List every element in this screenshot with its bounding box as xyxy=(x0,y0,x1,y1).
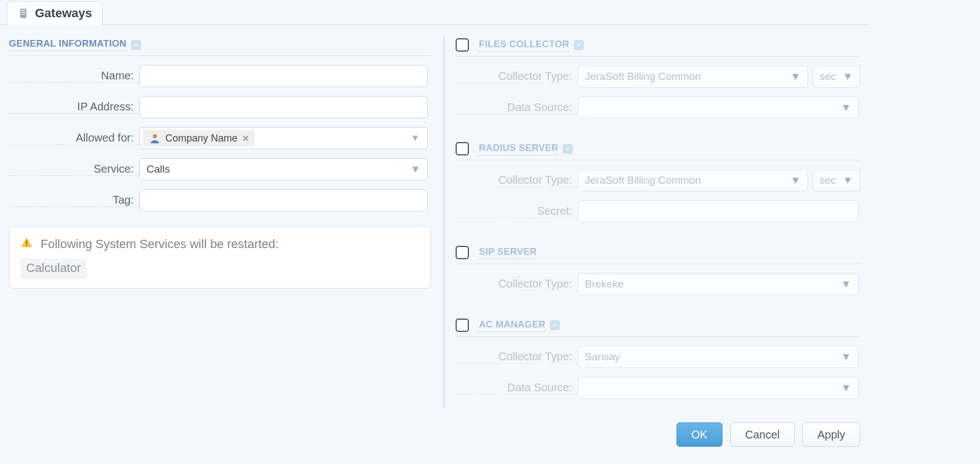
section-sip-server: SIP SERVER xyxy=(456,246,860,259)
chevron-down-icon: ▼ xyxy=(841,278,851,290)
chip-label: Company Name xyxy=(165,133,238,144)
section-title: GENERAL INFORMATION xyxy=(9,38,127,51)
radius-secret-input[interactable] xyxy=(578,200,858,223)
chip-company: Company Name ✕ xyxy=(143,130,255,147)
label-collector-type: Collector Type: xyxy=(456,350,578,364)
ac-collector-type-select[interactable]: Sansay▼ xyxy=(578,346,858,368)
section-general-info: GENERAL INFORMATION xyxy=(9,38,431,51)
warning-panel: Following System Services will be restar… xyxy=(9,226,431,289)
divider xyxy=(456,160,860,160)
svg-rect-1 xyxy=(21,10,25,11)
footer: OK Cancel Apply xyxy=(0,413,869,460)
collapse-icon[interactable] xyxy=(563,144,573,154)
chevron-down-icon: ▼ xyxy=(411,133,424,143)
section-title: FILES COLLECTOR xyxy=(479,39,569,52)
cancel-button[interactable]: Cancel xyxy=(730,422,795,447)
select-value: sec xyxy=(820,174,836,186)
files-data-source-select[interactable]: ▼ xyxy=(578,97,858,119)
tag-input[interactable] xyxy=(139,189,428,211)
tab-title: Gateways xyxy=(35,6,92,21)
divider xyxy=(456,336,860,337)
sip-collector-type-select[interactable]: Brekeke▼ xyxy=(578,273,858,295)
svg-rect-3 xyxy=(21,14,25,15)
radius-server-checkbox[interactable] xyxy=(456,142,469,155)
files-unit-select[interactable]: sec ▼ xyxy=(812,65,860,88)
warning-text: Following System Services will be restar… xyxy=(41,237,279,251)
divider xyxy=(9,56,431,56)
gateway-icon xyxy=(17,7,29,19)
ac-manager-checkbox[interactable] xyxy=(456,319,469,332)
select-value: JeraSoft Billing Common xyxy=(585,174,701,186)
label-data-source: Data Source: xyxy=(456,101,578,114)
label-collector-type: Collector Type: xyxy=(456,70,578,83)
warning-service-badge: Calculator xyxy=(21,259,87,278)
chevron-down-icon: ▼ xyxy=(790,70,801,83)
svg-rect-5 xyxy=(26,240,27,244)
warning-icon xyxy=(21,236,33,252)
chevron-down-icon: ▼ xyxy=(790,174,801,186)
section-radius-server: RADIUS SERVER xyxy=(456,142,860,155)
sip-server-checkbox[interactable] xyxy=(456,246,469,259)
label-collector-type: Collector Type: xyxy=(456,278,578,291)
select-value: JeraSoft Billing Common xyxy=(585,70,701,83)
label-ip: IP Address: xyxy=(9,100,139,114)
label-name: Name: xyxy=(9,69,139,83)
button-label: Cancel xyxy=(745,428,780,441)
name-input[interactable] xyxy=(139,65,428,87)
label-service: Service: xyxy=(9,163,139,176)
collapse-icon[interactable] xyxy=(131,40,141,50)
svg-rect-6 xyxy=(26,245,27,246)
ac-data-source-select[interactable]: ▼ xyxy=(578,377,858,399)
chevron-down-icon: ▼ xyxy=(842,70,853,83)
section-files-collector: FILES COLLECTOR xyxy=(456,38,860,52)
files-collector-checkbox[interactable] xyxy=(456,38,469,52)
label-data-source: Data Source: xyxy=(456,381,578,395)
tab-bar: Gateways xyxy=(0,0,869,25)
chevron-down-icon: ▼ xyxy=(841,351,851,363)
section-title: AC MANAGER xyxy=(479,319,545,332)
chevron-down-icon: ▼ xyxy=(841,102,851,114)
select-value: Brekeke xyxy=(585,278,624,290)
ok-button[interactable]: OK xyxy=(676,422,723,447)
collapse-icon[interactable] xyxy=(574,40,584,50)
files-collector-type-select[interactable]: JeraSoft Billing Common ▼ xyxy=(578,65,808,88)
label-collector-type: Collector Type: xyxy=(456,174,578,187)
service-select[interactable]: Calls ▼ xyxy=(139,158,428,180)
service-value: Calls xyxy=(147,163,170,175)
select-value: Sansay xyxy=(585,351,620,363)
button-label: OK xyxy=(691,428,708,441)
tab-gateways[interactable]: Gateways xyxy=(7,1,103,25)
apply-button[interactable]: Apply xyxy=(802,422,860,447)
chip-remove-icon[interactable]: ✕ xyxy=(242,133,249,144)
label-tag: Tag: xyxy=(9,194,139,207)
section-title: SIP SERVER xyxy=(479,246,537,259)
radius-unit-select[interactable]: sec ▼ xyxy=(812,169,860,191)
svg-rect-2 xyxy=(21,12,25,13)
svg-point-4 xyxy=(153,134,156,138)
section-title: RADIUS SERVER xyxy=(479,143,558,155)
ip-input[interactable] xyxy=(139,96,428,118)
chevron-down-icon: ▼ xyxy=(842,174,853,186)
label-secret: Secret: xyxy=(456,205,578,218)
divider xyxy=(456,56,860,57)
select-value: sec xyxy=(820,70,836,83)
divider xyxy=(456,264,860,264)
button-label: Apply xyxy=(817,428,845,441)
label-allowed: Allowed for: xyxy=(9,132,139,145)
section-ac-manager: AC MANAGER xyxy=(456,319,860,332)
allowed-for-select[interactable]: Company Name ✕ ▼ xyxy=(139,127,428,149)
collapse-icon[interactable] xyxy=(550,320,560,330)
chevron-down-icon: ▼ xyxy=(410,163,421,175)
radius-collector-type-select[interactable]: JeraSoft Billing Common ▼ xyxy=(578,169,808,191)
chevron-down-icon: ▼ xyxy=(841,382,851,394)
avatar-icon xyxy=(149,132,161,144)
